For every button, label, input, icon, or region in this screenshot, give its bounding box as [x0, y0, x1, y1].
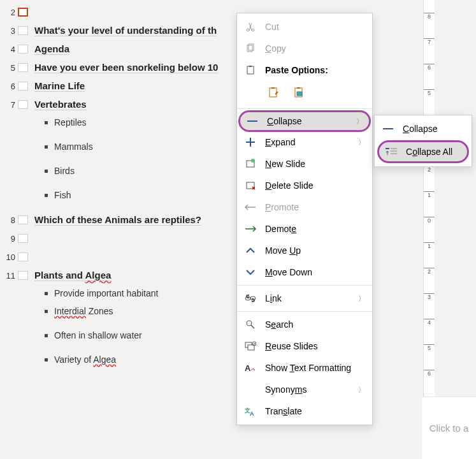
collapse-icon	[245, 115, 259, 127]
svg-rect-7	[271, 87, 275, 89]
ruler-tick: 5	[424, 344, 435, 351]
menu-move-down[interactable]: Move Down	[237, 261, 372, 283]
menu-separator	[237, 311, 372, 312]
slide-title[interactable]: Plants and Algea	[34, 270, 111, 280]
svg-rect-5	[249, 66, 252, 67]
slide-number: 4	[4, 43, 15, 54]
ruler-tick: 4	[424, 319, 435, 326]
menu-expand[interactable]: Expand 〉	[237, 131, 372, 153]
ruler-tick: 1	[424, 242, 435, 249]
menu-delete-slide[interactable]: Delete Slide	[237, 175, 372, 196]
menu-search[interactable]: Search	[237, 314, 372, 335]
slide-thumb-icon[interactable]	[18, 63, 28, 72]
paste-picture-button[interactable]	[291, 85, 308, 101]
slide-thumb-icon[interactable]	[18, 234, 28, 243]
slide-thumb-icon[interactable]	[18, 271, 28, 280]
slide-title[interactable]: Have you ever been snorkeling below 10	[34, 62, 218, 73]
vertical-ruler[interactable]: 8 7 6 5 4 3 2 1 0 1 2 3 4 5 6	[423, 0, 435, 397]
ruler-tick: 0	[424, 217, 435, 224]
menu-label: Copy	[265, 43, 366, 54]
bullet-list: Reptiles Mammals Birds Fish	[45, 117, 236, 200]
slide-title[interactable]: Which of these Animals are reptiles?	[34, 214, 201, 225]
bullet-item[interactable]: Interdial Zones	[45, 306, 236, 316]
paste-options-row	[237, 81, 372, 106]
slide-row[interactable]: 11 Plants and Algea	[0, 270, 236, 280]
bullet-text: Reptiles	[54, 117, 87, 127]
slide-row[interactable]: 9	[0, 233, 236, 244]
slide-thumb-icon[interactable]	[18, 100, 28, 109]
paste-keep-source-button[interactable]	[266, 85, 282, 101]
menu-demote[interactable]: Demote	[237, 218, 372, 240]
slide-title[interactable]: Marine Life	[34, 80, 85, 91]
slide-title[interactable]: What's your level of understanding of th	[34, 25, 217, 36]
bullet-icon	[45, 145, 48, 149]
menu-cut[interactable]: Cut	[237, 16, 372, 38]
menu-separator	[237, 108, 372, 109]
menu-label: Demote	[265, 224, 366, 234]
slide-title[interactable]: Vertebrates	[34, 99, 87, 110]
bullet-text: Provide important habitant	[54, 288, 158, 298]
slide-row[interactable]: 5 Have you ever been snorkeling below 10	[0, 62, 236, 73]
slide-number: 3	[4, 25, 15, 36]
bullet-list: Provide important habitant Interdial Zon…	[45, 288, 236, 365]
bullet-item[interactable]: Mammals	[45, 142, 236, 152]
slide-row[interactable]: 10	[0, 251, 236, 262]
bullet-item[interactable]: Variety of Algea	[45, 354, 236, 365]
slide-thumb-icon[interactable]	[18, 8, 28, 17]
menu-synonyms[interactable]: Synonyms 〉	[237, 379, 372, 400]
bullet-item[interactable]: Birds	[45, 166, 236, 176]
bullet-item[interactable]: Provide important habitant	[45, 288, 236, 298]
slide-row[interactable]: 8 Which of these Animals are reptiles?	[0, 214, 236, 225]
bullet-text: Birds	[54, 166, 75, 176]
slide-row[interactable]: 7 Vertebrates	[0, 99, 236, 110]
menu-link[interactable]: Link 〉	[237, 288, 372, 309]
svg-point-21	[247, 321, 252, 326]
slide-thumb-icon[interactable]	[18, 252, 28, 261]
bullet-text: Mammals	[54, 142, 93, 152]
menu-collapse[interactable]: Collapse 〉	[238, 110, 371, 132]
menu-reuse-slides[interactable]: Reuse Slides	[237, 335, 372, 357]
menu-translate[interactable]: 文A Translate	[237, 400, 372, 422]
menu-move-up[interactable]: Move Up	[237, 240, 372, 261]
new-slide-icon	[243, 157, 257, 170]
bullet-text: Interdial Zones	[54, 306, 113, 316]
menu-label: Synonyms	[265, 384, 358, 395]
ruler-tick: 1	[424, 191, 435, 198]
bullet-icon	[45, 334, 48, 337]
search-icon	[243, 318, 257, 331]
submenu-collapse[interactable]: Collapse	[375, 118, 472, 140]
collapse-all-icon	[384, 145, 398, 158]
menu-copy[interactable]: Copy	[237, 38, 372, 59]
bullet-item[interactable]: Reptiles	[45, 117, 236, 127]
bullet-icon	[45, 170, 48, 173]
slide-thumb-icon[interactable]	[18, 26, 28, 35]
bullet-item[interactable]: Fish	[45, 190, 236, 200]
bullet-icon	[45, 194, 48, 197]
slide-row[interactable]: 3 What's your level of understanding of …	[0, 25, 236, 36]
clipboard-icon	[243, 64, 257, 76]
submenu-collapse-all[interactable]: Collapse All	[377, 140, 469, 163]
menu-promote[interactable]: Promote	[237, 196, 372, 218]
slide-thumb-icon[interactable]	[18, 45, 28, 54]
slide-thumb-icon[interactable]	[18, 82, 28, 91]
bullet-item[interactable]: Often in shallow water	[45, 330, 236, 340]
svg-rect-4	[247, 66, 254, 74]
svg-point-1	[252, 29, 254, 31]
slide-canvas-placeholder[interactable]: Click to a	[422, 397, 476, 459]
slide-row[interactable]: 2	[0, 6, 236, 17]
slide-title[interactable]: Agenda	[34, 43, 69, 54]
slide-row[interactable]: 6 Marine Life	[0, 80, 236, 91]
menu-new-slide[interactable]: New Slide	[237, 153, 372, 175]
slide-thumb-icon[interactable]	[18, 215, 28, 224]
menu-show-text-formatting[interactable]: A Show Text Formatting	[237, 357, 372, 379]
bullet-text: Variety of Algea	[54, 354, 116, 365]
slide-row[interactable]: 4 Agenda	[0, 43, 236, 54]
text-formatting-icon: A	[243, 361, 257, 374]
submenu-arrow-icon: 〉	[358, 138, 366, 147]
cut-icon	[243, 20, 257, 33]
menu-label: New Slide	[265, 159, 366, 169]
menu-label: Show Text Formatting	[265, 363, 366, 373]
synonyms-icon	[243, 383, 257, 396]
menu-label: Delete Slide	[265, 180, 366, 191]
menu-label: Collapse	[267, 116, 356, 126]
